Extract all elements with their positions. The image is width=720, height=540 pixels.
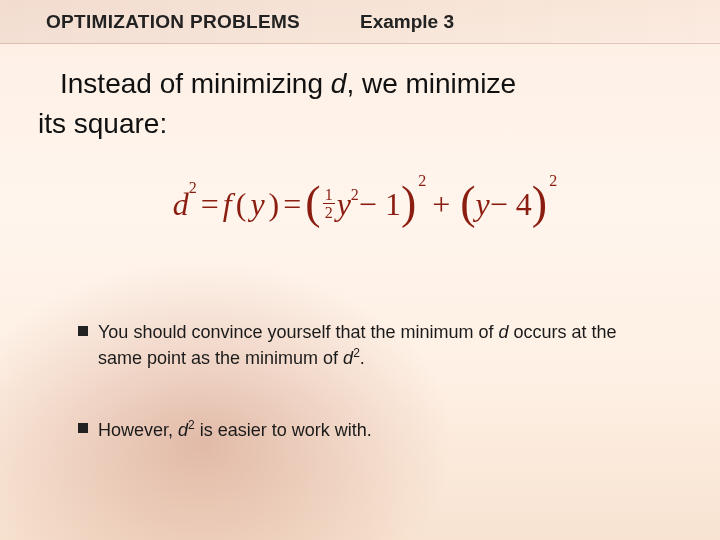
section-title: OPTIMIZATION PROBLEMS xyxy=(46,11,300,33)
b2-a: However, xyxy=(98,420,178,440)
example-label: Example 3 xyxy=(360,11,454,33)
lead-post: , we minimize xyxy=(346,68,516,99)
eq-group1: ( 1 2 y2 − 1 ) 2 xyxy=(305,186,416,223)
bullet-1: You should convince yourself that the mi… xyxy=(78,320,660,371)
b1-d: d xyxy=(499,322,509,342)
eq-plus: + xyxy=(432,186,450,223)
b1-a: You should convince yourself that the mi… xyxy=(98,322,499,342)
lead-sentence-line2: its square: xyxy=(38,108,167,140)
lead-pre: Instead of minimizing xyxy=(60,68,331,99)
equation-block: d2 = f (y) = ( 1 2 y2 − 1 ) 2 + ( y − 4 … xyxy=(0,186,720,223)
slide-header: OPTIMIZATION PROBLEMS Example 3 xyxy=(0,0,720,44)
eq-frac-den: 2 xyxy=(325,204,333,221)
bullet-2: However, d2 is easier to work with. xyxy=(78,417,660,443)
eq-f: f xyxy=(223,186,232,223)
eq-group2: ( y − 4 ) 2 xyxy=(460,186,547,223)
b1-exp: 2 xyxy=(353,346,360,360)
b2-b: is easier to work with. xyxy=(195,420,372,440)
b2-exp: 2 xyxy=(188,418,195,432)
eq-minus1: − 1 xyxy=(359,186,401,223)
eq-arg: y xyxy=(250,186,264,223)
bullet-1-text: You should convince yourself that the mi… xyxy=(98,320,660,371)
b1-d2: d xyxy=(343,348,353,368)
eq-equals1: = xyxy=(201,186,219,223)
eq-minus4: − 4 xyxy=(490,186,532,223)
lead-variable-d: d xyxy=(331,68,347,99)
eq-outer-exp1: 2 xyxy=(418,172,426,190)
equation: d2 = f (y) = ( 1 2 y2 − 1 ) 2 + ( y − 4 … xyxy=(173,186,547,223)
bullet-2-text: However, d2 is easier to work with. xyxy=(98,417,372,443)
eq-open1: ( xyxy=(236,186,247,223)
eq-equals2: = xyxy=(283,186,301,223)
eq-lhs: d2 xyxy=(173,186,197,223)
bullet-list: You should convince yourself that the mi… xyxy=(78,320,660,490)
eq-d: d xyxy=(173,186,189,222)
lead-sentence-line1: Instead of minimizing d, we minimize xyxy=(60,62,680,105)
eq-outer-exp2: 2 xyxy=(549,172,557,190)
eq-y2: y xyxy=(476,186,490,223)
b2-d2: d xyxy=(178,420,188,440)
bullet-icon xyxy=(78,423,88,433)
eq-close1: ) xyxy=(269,186,280,223)
eq-y1-exp: 2 xyxy=(351,186,359,204)
eq-fraction: 1 2 xyxy=(323,187,335,221)
eq-frac-num: 1 xyxy=(323,187,335,204)
bullet-icon xyxy=(78,326,88,336)
b1-c: . xyxy=(360,348,365,368)
eq-y1: y xyxy=(337,186,351,223)
eq-d-exp: 2 xyxy=(189,179,197,196)
